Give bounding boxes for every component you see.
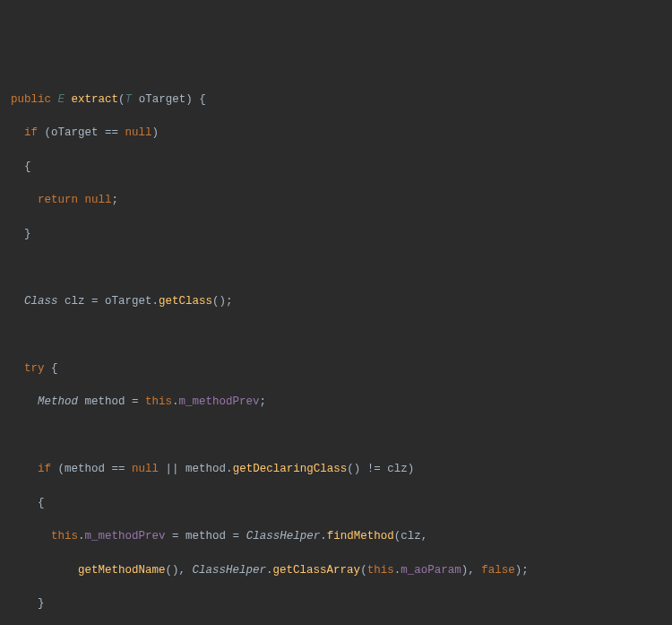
code-line: Class clz = oTarget.getClass();: [11, 293, 661, 310]
code-line: {: [11, 159, 661, 176]
code-line: {: [11, 495, 661, 512]
code-line: public E extract(T oTarget) {: [11, 91, 661, 109]
code-line: [11, 326, 661, 343]
code-block: public E extract(T oTarget) { if (oTarge…: [11, 74, 661, 625]
code-line: try {: [11, 360, 661, 378]
code-line: if (method == null || method.getDeclarin…: [11, 461, 661, 478]
code-line: [11, 259, 661, 276]
code-line: return null;: [11, 192, 661, 209]
code-line: if (oTarget == null): [11, 125, 661, 142]
code-line: getMethodName(), ClassHelper.getClassArr…: [11, 562, 661, 579]
code-line: Method method = this.m_methodPrev;: [11, 394, 661, 411]
code-line: [11, 428, 661, 445]
code-line: this.m_methodPrev = method = ClassHelper…: [11, 528, 661, 545]
code-line: }: [11, 595, 661, 612]
code-line: }: [11, 226, 661, 243]
